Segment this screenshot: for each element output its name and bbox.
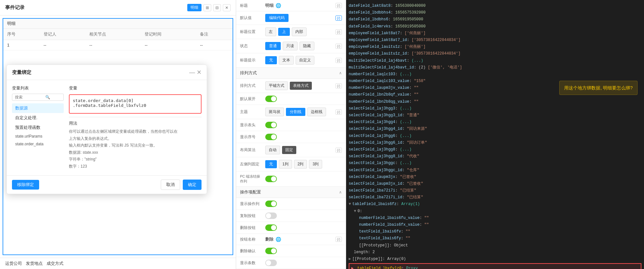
bind-icon-default[interactable]: {/} <box>335 16 342 21</box>
dialog-header: 变量绑定 — ✕ <box>7 65 207 80</box>
debug-line-17: selectField_laj3hgg3_id: "普通" <box>349 112 641 119</box>
middle-panel: 标题 明细 🌐 {/} 默认值 编辑代码 {/} 标题位置 左 上 <box>236 0 346 269</box>
col-2[interactable]: 2列 <box>294 160 307 169</box>
settings-content-deletebtn <box>265 224 342 231</box>
var-sub-item-orderdata[interactable]: state.order_data <box>12 140 64 148</box>
search-input[interactable] <box>15 95 44 99</box>
toggle-pc-freeze[interactable] <box>265 176 277 182</box>
settings-content-copybtn <box>265 212 342 219</box>
theme-divider[interactable]: 分割线 <box>286 108 305 116</box>
debug-line-27: selectField_laupm3jx_id: "已签收" <box>349 181 641 187</box>
bind-icon-title[interactable]: {/} <box>335 3 342 8</box>
bind-icon-btnname[interactable]: {/} <box>335 237 342 242</box>
bind-icon-layout[interactable]: {/} <box>335 148 342 153</box>
settings-row-delete-btn: 删除按钮 <box>236 222 346 234</box>
theme-zebra[interactable]: 斑马状 <box>265 108 284 116</box>
main-container: 事件记录 明细 ⊞ ⊟ ✕ 明细 序号 登记人 相关节点 登记时间 <box>0 0 644 269</box>
toolbar-icon-btn-2[interactable]: ⊟ <box>213 4 221 11</box>
debug-line-32: numberField_lbais6fu_value: "" <box>349 215 641 222</box>
dialog-footer: 移除绑定 取消 确定 <box>7 175 207 194</box>
settings-row-label-pos: 标题位置 左 上 内部 {/} <box>236 25 346 39</box>
debug-line-19: selectField_laj3hgg4_id: "回访来源" <box>349 126 641 132</box>
toggle-show-header[interactable] <box>265 122 277 128</box>
detail-button[interactable]: 明细 <box>187 4 202 11</box>
confirm-button[interactable]: 确定 <box>183 180 202 190</box>
settings-label-btnname: 按钮名称 <box>240 237 263 242</box>
section-sort[interactable]: 排列方式 ∧ <box>236 67 346 79</box>
usage-line-3: 输入框内默认支持变量，写法和 JS 写法完全一致。 <box>69 142 202 149</box>
usage-line-5: 字符串："string" <box>69 156 202 163</box>
settings-content-labelhint: 无 文本 自定义 <box>265 56 333 65</box>
section-ops[interactable]: 操作项配置 ∧ <box>236 187 346 198</box>
status-normal[interactable]: 普通 <box>265 42 281 50</box>
bind-icon-labelhint[interactable]: {/} <box>335 58 342 63</box>
globe-icon[interactable]: 🌐 <box>276 3 281 8</box>
col-none[interactable]: 无 <box>265 160 277 168</box>
debug-line-26: selectField_laupm3jx: "已签收" <box>349 174 641 181</box>
btn-name-value: 删除 <box>265 236 274 242</box>
theme-border[interactable]: 边框线 <box>307 108 326 116</box>
debug-line-33: numberField_lbais6fx_value: "" <box>349 222 641 228</box>
sort-table[interactable]: 表格方式 <box>290 82 312 90</box>
dialog-title: 变量绑定 <box>12 69 31 76</box>
var-list-item-datasource[interactable]: 数据源 <box>12 103 64 113</box>
debug-line-34: textField_lbais6fv: "" <box>349 228 641 235</box>
sort-flat[interactable]: 平铺方式 <box>265 81 288 90</box>
search-box[interactable]: 🔍 <box>12 94 64 101</box>
bind-icon-labelpos[interactable]: {/} <box>335 29 342 35</box>
col-3[interactable]: 3列 <box>309 160 322 169</box>
usage-line-4: 数据源: state.xxx <box>69 149 202 156</box>
var-list-item-preset[interactable]: 预置处理函数 <box>12 123 64 132</box>
settings-label-expand: 默认展开 <box>240 96 263 102</box>
toggle-show-ops[interactable] <box>265 201 277 207</box>
debug-line-20: selectField_laj3hgg6: (...) <box>349 133 641 140</box>
label-pos-inner[interactable]: 内部 <box>292 27 307 36</box>
globe-icon-btnname[interactable]: 🌐 <box>276 237 281 242</box>
panel-title: 事件记录 <box>5 5 25 11</box>
table-row: 1 -- -- -- -- <box>3 40 233 50</box>
code-input-area[interactable]: state.order_data.data[0] .formData.table… <box>69 94 202 114</box>
settings-content-btnname: 删除 🌐 <box>265 236 333 242</box>
dialog-close-button[interactable]: — ✕ <box>189 69 202 76</box>
layout-fixed[interactable]: 固定 <box>282 146 296 154</box>
settings-content-showcount <box>265 260 342 266</box>
var-list-item-custom[interactable]: 自定义处理. <box>12 113 64 123</box>
settings-label-deletebtn: 删除按钮 <box>240 225 263 231</box>
settings-label-sort: 排列方式 <box>240 83 263 88</box>
status-readonly[interactable]: 只读 <box>283 42 298 50</box>
edit-code-button[interactable]: 编辑代码 <box>265 14 289 22</box>
label-pos-top[interactable]: 上 <box>278 28 290 36</box>
var-sub-item-urlparams[interactable]: state.urlParams <box>12 132 64 140</box>
hint-text[interactable]: 文本 <box>279 56 294 65</box>
toggle-delete-confirm[interactable] <box>265 248 277 254</box>
toolbar-icon-btn-3[interactable]: ✕ <box>223 4 231 11</box>
toggle-copy-btn[interactable] <box>265 212 277 219</box>
panel-toolbar: 明细 ⊞ ⊟ ✕ <box>187 4 231 11</box>
cancel-button[interactable]: 取消 <box>161 180 180 190</box>
bind-icon-status[interactable]: {/} <box>335 44 342 49</box>
settings-row-left-col: 左侧列固定 无 1列 2列 3列 <box>236 157 346 171</box>
debug-line-30: ▼tableField_lbais6fz: Array(1) <box>349 201 641 208</box>
toolbar-icon-btn-1[interactable]: ⊞ <box>203 4 211 11</box>
section-sort-title: 排列方式 <box>240 70 257 76</box>
label-pos-left[interactable]: 左 <box>265 27 276 36</box>
status-hidden[interactable]: 隐藏 <box>300 42 314 50</box>
debug-line-28: selectField_lba72i7i: "已结算" <box>349 187 641 194</box>
hint-none[interactable]: 无 <box>265 56 277 64</box>
variable-binding-dialog: 变量绑定 — ✕ 变量列表 🔍 数据源 自定义处理. 预置处理函数 state.… <box>6 65 207 194</box>
col-1[interactable]: 1列 <box>279 160 292 169</box>
settings-end-labelpos: {/} <box>335 29 342 35</box>
bind-icon-theme[interactable]: {/} <box>335 109 342 115</box>
col-node: 相关节点 <box>85 29 141 40</box>
remove-bind-button[interactable]: 移除绑定 <box>12 180 39 190</box>
layout-auto[interactable]: 自动 <box>265 146 280 154</box>
bind-icon-sort[interactable]: {/} <box>335 83 342 88</box>
toggle-expand[interactable] <box>265 96 277 102</box>
settings-label-labelhint: 标题提示 <box>240 57 263 63</box>
hint-custom[interactable]: 自定义 <box>296 56 314 65</box>
settings-row-default: 默认值 编辑代码 {/} <box>236 11 346 25</box>
toggle-show-seq[interactable] <box>265 134 277 140</box>
settings-label-status: 状态 <box>240 43 263 49</box>
toggle-delete-btn[interactable] <box>265 224 277 231</box>
toggle-show-count[interactable] <box>265 260 277 266</box>
